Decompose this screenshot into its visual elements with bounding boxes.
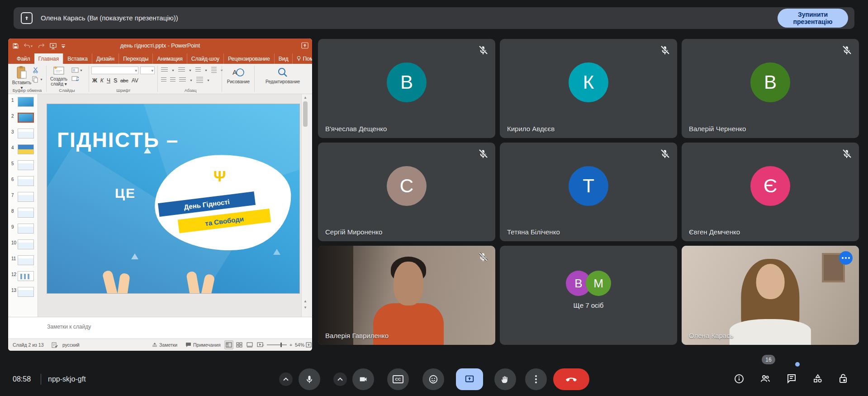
activities-button[interactable] bbox=[811, 372, 824, 385]
paragraph-row1[interactable]: ▼▼ ▼▼ bbox=[161, 67, 223, 73]
ppt-tab-Анимация[interactable]: Анимация bbox=[152, 53, 186, 64]
slide-thumbnail-4[interactable]: 4 bbox=[8, 143, 38, 159]
ppt-tab-Файл[interactable]: Файл bbox=[13, 53, 34, 64]
slide-thumbnail-7[interactable]: 7 bbox=[8, 191, 38, 207]
mic-options-chevron[interactable] bbox=[279, 372, 293, 386]
spellcheck-icon[interactable] bbox=[52, 339, 58, 351]
ppt-tab-Дизайн[interactable]: Дизайн bbox=[92, 53, 119, 64]
font-style-button[interactable]: abc bbox=[120, 78, 128, 83]
next-slide-icon[interactable]: ▼ bbox=[302, 305, 309, 310]
ppt-tab-Вид[interactable]: Вид bbox=[274, 53, 293, 64]
font-style-button[interactable]: К bbox=[100, 77, 104, 84]
slide-thumbnail-image[interactable] bbox=[18, 176, 34, 186]
slide-thumbnail-10[interactable]: 10 bbox=[8, 239, 38, 254]
slide-thumbnail-image[interactable] bbox=[18, 160, 34, 170]
participant-tile-6[interactable]: ЄЄвген Демченко bbox=[682, 143, 859, 242]
participant-tile-2[interactable]: ККирило Авдєєв bbox=[500, 39, 677, 138]
font-style-buttons[interactable]: ЖКЧSabcAV bbox=[92, 77, 138, 84]
ppt-tab-Вставка[interactable]: Вставка bbox=[63, 53, 92, 64]
copy-icon[interactable] bbox=[32, 76, 39, 84]
notes-toggle[interactable]: Заметки bbox=[152, 339, 177, 351]
slide-thumbnail-8[interactable]: 8 bbox=[8, 207, 38, 223]
zoom-slider[interactable] bbox=[267, 339, 287, 351]
participant-tile-8[interactable]: ВМЩе 7 осіб bbox=[500, 246, 677, 345]
editing-button[interactable]: Редактирование bbox=[258, 67, 308, 84]
zoom-in-button[interactable]: + bbox=[289, 339, 292, 351]
participant-tile-3[interactable]: ВВалерій Черненко bbox=[682, 39, 859, 138]
slide-thumbnail-9[interactable]: 9 bbox=[8, 223, 38, 239]
end-call-button[interactable] bbox=[553, 368, 589, 390]
slide-thumbnail-image[interactable] bbox=[18, 224, 34, 234]
slide-thumbnail-2[interactable]: 2 bbox=[8, 112, 38, 128]
ppt-tab-Помощ[interactable]: Помощ bbox=[292, 53, 312, 64]
copy-dropdown-arrow[interactable]: ▼ bbox=[40, 78, 43, 81]
microphone-button[interactable] bbox=[299, 368, 320, 390]
font-name-combo[interactable]: ▾ bbox=[91, 67, 138, 74]
slide-thumbnails-panel[interactable]: 12345678910111213 bbox=[8, 94, 38, 317]
participant-tile-5[interactable]: ТТетяна Біліченко bbox=[500, 143, 677, 242]
camera-button[interactable] bbox=[352, 368, 374, 390]
ppt-tab-Главная[interactable]: Главная bbox=[34, 53, 63, 64]
people-button[interactable] bbox=[759, 372, 772, 385]
slide-thumbnail-image[interactable] bbox=[18, 271, 34, 281]
captions-button[interactable]: CC bbox=[387, 368, 409, 390]
slide-thumbnail-1[interactable]: 1 bbox=[8, 96, 38, 112]
new-slide-button[interactable]: Создать слайд ▾ bbox=[48, 66, 70, 86]
chat-button[interactable] bbox=[785, 372, 798, 385]
ribbon-display-options-icon[interactable] bbox=[301, 42, 308, 51]
participant-tile-4[interactable]: ССергій Мироненко bbox=[318, 143, 495, 242]
font-style-button[interactable]: S bbox=[114, 77, 117, 84]
participant-tile-7[interactable]: Валерія Гавриленко bbox=[318, 246, 495, 345]
slide-thumbnail-image[interactable] bbox=[18, 113, 34, 123]
slide-thumbnail-13[interactable]: 13 bbox=[8, 286, 38, 302]
slide-thumbnail-image[interactable] bbox=[18, 208, 34, 218]
reset-slide-icon[interactable] bbox=[71, 76, 79, 82]
ppt-tab-Переходы[interactable]: Переходы bbox=[119, 53, 152, 64]
comments-toggle[interactable]: Примечания bbox=[185, 339, 221, 351]
info-button[interactable] bbox=[733, 372, 745, 385]
cut-icon[interactable] bbox=[33, 67, 39, 74]
present-button-active[interactable] bbox=[456, 368, 483, 390]
slide-thumbnail-6[interactable]: 6 bbox=[8, 175, 38, 191]
zoom-level[interactable]: 54% bbox=[295, 339, 304, 351]
scroll-up-icon[interactable]: ▲ bbox=[302, 95, 309, 100]
slide-sorter-view-button[interactable] bbox=[235, 340, 244, 349]
stop-presentation-button[interactable]: Зупинити презентацію bbox=[778, 9, 848, 28]
reactions-button[interactable] bbox=[422, 368, 444, 390]
slide-thumbnail-11[interactable]: 11 bbox=[8, 254, 38, 270]
slide-thumbnail-12[interactable]: 12 bbox=[8, 270, 38, 286]
paragraph-row2[interactable]: ▼ ▼ bbox=[161, 77, 210, 83]
font-style-button[interactable]: Ч bbox=[107, 77, 110, 84]
slide-thumbnail-image[interactable] bbox=[18, 97, 34, 107]
slide-thumbnail-image[interactable] bbox=[18, 239, 34, 249]
slide-thumbnail-image[interactable] bbox=[18, 287, 34, 297]
slide-layout-icon[interactable] bbox=[71, 67, 79, 74]
drawing-button[interactable]: A Рисование bbox=[224, 67, 252, 84]
slide-thumbnail-image[interactable] bbox=[18, 192, 34, 202]
previous-slide-icon[interactable]: ▲ bbox=[302, 299, 309, 303]
font-style-button[interactable]: Ж bbox=[92, 77, 97, 84]
slide-thumbnail-5[interactable]: 5 bbox=[8, 159, 38, 175]
slide-scrollbar[interactable]: ▲ ▲ ▼ bbox=[301, 94, 308, 317]
reading-view-button[interactable] bbox=[245, 340, 254, 349]
fit-to-window-icon[interactable] bbox=[306, 339, 312, 351]
host-controls-button[interactable] bbox=[837, 372, 849, 385]
more-options-button[interactable] bbox=[525, 368, 547, 390]
slide-thumbnail-image[interactable] bbox=[18, 255, 34, 265]
current-slide[interactable]: ГІДНІСТЬ – ЦЕ Ψ День Гідності та Свободи bbox=[47, 104, 299, 293]
participant-tile-1[interactable]: ВВ'ячеслав Дещенко bbox=[318, 39, 495, 138]
notes-pane[interactable]: Заметки к слайду bbox=[8, 317, 312, 339]
slide-thumbnail-image[interactable] bbox=[18, 129, 34, 138]
ppt-tab-Слайд-шоу[interactable]: Слайд-шоу bbox=[187, 53, 223, 64]
font-style-button[interactable]: AV bbox=[132, 77, 138, 84]
camera-options-chevron[interactable] bbox=[333, 372, 347, 386]
ppt-tab-Рецензирование[interactable]: Рецензирование bbox=[223, 53, 274, 64]
scrollbar-thumb[interactable] bbox=[303, 101, 308, 127]
language-indicator[interactable]: русский bbox=[62, 339, 80, 351]
slide-thumbnail-3[interactable]: 3 bbox=[8, 128, 38, 143]
raise-hand-button[interactable] bbox=[494, 368, 516, 390]
participant-tile-9[interactable]: Олена Карась bbox=[682, 246, 859, 345]
normal-view-button[interactable] bbox=[224, 340, 233, 349]
font-size-combo[interactable]: ▾ bbox=[140, 67, 155, 74]
paste-button[interactable]: Вставить ▾ bbox=[12, 66, 32, 90]
